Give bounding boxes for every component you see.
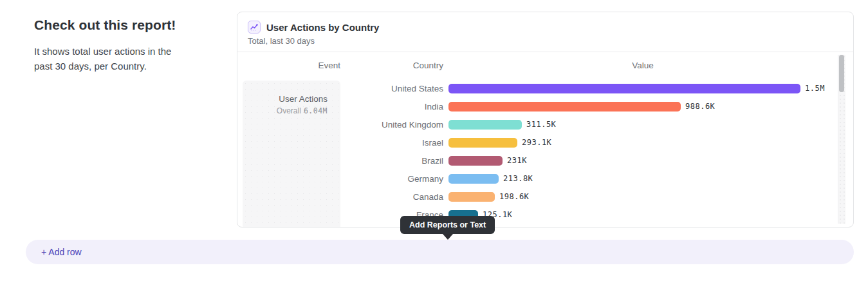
country-label: United Kingdom [237,120,443,130]
bar-value-label: 293.1K [522,138,551,147]
bar-value-label: 988.6K [685,102,715,111]
bar-value-label: 311.5K [526,120,556,129]
country-label: Canada [237,192,443,202]
value-bar[interactable] [448,156,503,166]
column-header-country: Country [413,61,443,70]
bar-rows: United States1.5MIndia988.6KUnited Kingd… [237,79,853,224]
value-bar[interactable] [448,174,499,184]
chart-area: Event Country Value User Actions Overall… [237,53,853,227]
intro-description: It shows total user actions in the past … [34,44,192,73]
bar-wrap: 198.6K [448,192,853,202]
bar-row: United States1.5M [237,79,853,97]
tooltip-label: Add Reports or Text [409,220,486,229]
value-bar[interactable] [448,192,495,202]
value-bar[interactable] [448,120,522,130]
bar-value-label: 198.6K [499,192,529,201]
bar-row: United Kingdom311.5K [237,115,853,133]
scrollbar-thumb[interactable] [839,55,844,92]
bar-value-label: 213.8K [503,174,533,183]
intro-block: Check out this report! It shows total us… [34,17,201,73]
bar-wrap: 213.8K [448,174,853,184]
report-subtitle: Total, last 30 days [248,36,843,46]
bar-row: France125.1K [237,206,853,224]
column-header-event: Event [318,61,340,70]
bar-row: Canada198.6K [237,188,853,206]
bar-wrap: 311.5K [448,120,853,130]
bar-wrap: 1.5M [448,84,853,93]
bar-value-label: 1.5M [805,84,825,93]
bar-row: India988.6K [237,97,853,115]
add-row-label: + Add row [41,247,82,257]
bar-row: Israel293.1K [237,133,853,151]
bar-wrap: 988.6K [448,102,853,111]
value-bar[interactable] [448,84,800,93]
value-bar[interactable] [448,138,517,148]
bar-row: Germany213.8K [237,170,853,188]
column-header-value: Value [598,61,688,70]
report-card-header: User Actions by Country Total, last 30 d… [237,12,853,52]
add-row-button[interactable]: + Add row [26,240,854,264]
bar-wrap: 231K [448,156,853,166]
tooltip-arrow-icon [443,234,453,240]
value-bar[interactable] [448,102,681,111]
bar-value-label: 231K [507,156,527,165]
country-label: Brazil [237,156,443,166]
report-card[interactable]: User Actions by Country Total, last 30 d… [237,12,854,228]
bar-row: Brazil231K [237,151,853,170]
line-chart-icon [248,21,261,34]
country-label: India [237,102,443,111]
country-label: Germany [237,174,443,184]
add-reports-tooltip: Add Reports or Text [400,216,495,234]
bar-wrap: 293.1K [448,138,853,148]
country-label: United States [237,84,443,93]
bar-wrap: 125.1K [448,210,853,220]
intro-title: Check out this report! [34,17,201,33]
report-title[interactable]: User Actions by Country [266,22,379,33]
country-label: Israel [237,138,443,148]
